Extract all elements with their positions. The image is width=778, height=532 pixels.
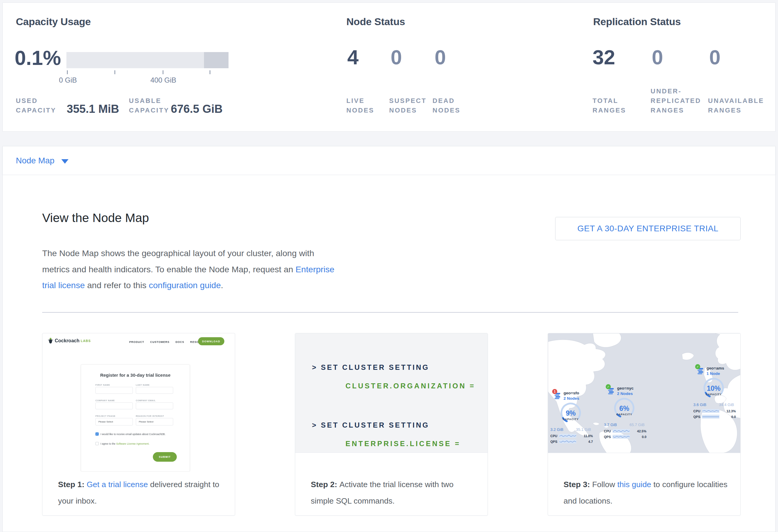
axis-tick [210, 70, 210, 74]
total-ranges-label: TOTAL RANGES [593, 96, 634, 115]
this-guide-link[interactable]: this guide [617, 480, 651, 489]
capacity-label: CAPACITY [556, 418, 586, 421]
nav-customers: CUSTOMERS [150, 340, 170, 344]
qps-value: 4.7 [589, 440, 593, 443]
under-replicated-label: UNDER-REPLICATED RANGES [650, 86, 712, 115]
node-map-description: The Node Map shows the geographical layo… [42, 245, 340, 294]
submit-button: SUBMIT [153, 452, 177, 462]
capacity-gauge: 9% CAPACITY [556, 401, 586, 426]
locality-name: geo=sfo [563, 391, 579, 395]
reason-select: Please Select [136, 418, 173, 426]
qps-sparkline [702, 415, 719, 419]
node-map-placeholder-section: View the Node Map The Node Map shows the… [2, 175, 776, 532]
step3-card: 1 geo=sfo 2 Nodes 9% CAPACITY [548, 333, 741, 516]
checkbox-checked-icon: ✓ [95, 432, 99, 436]
total-ranges-value: 32 [593, 47, 615, 67]
node-map-dropdown-label: Node Map [16, 156, 55, 165]
axis-tick [114, 70, 115, 74]
locality-node-count: 2 Nodes [563, 396, 579, 401]
healthy-badge-icon: ✓ [695, 364, 700, 369]
sql-arg-1: CLUSTER.ORGANIZATION = [345, 382, 475, 390]
download-button: DOWNLOAD [198, 337, 224, 345]
get-enterprise-trial-button[interactable]: GET A 30-DAY ENTERPRISE TRIAL [555, 217, 741, 240]
cpu-row: CPU 12.3% [693, 409, 736, 413]
last-name-input [136, 387, 173, 394]
locality-node-count: 2 Nodes [617, 391, 633, 396]
nav-docs: DOCS [175, 340, 184, 344]
cpu-value: 42.5% [637, 429, 646, 433]
qps-label: QPS [550, 440, 557, 443]
brand-suffix: LABS [81, 339, 91, 343]
unavailable-ranges-value: 0 [709, 47, 720, 67]
step2-label: Step 2: [311, 480, 339, 489]
step3-text: Follow [592, 480, 617, 489]
get-trial-license-link[interactable]: Get a trial license [87, 480, 148, 489]
chevron-down-icon [61, 159, 69, 164]
field-label-company-email: COMPANY EMAIL [136, 399, 156, 401]
sql-code-illustration: > SET CLUSTER SETTING CLUSTER.ORGANIZATI… [295, 333, 487, 453]
qps-sparkline [559, 440, 576, 443]
suspect-nodes-value: 0 [391, 47, 402, 67]
company-email-input [136, 402, 173, 409]
step1-caption: Step 1: Get a trial license delivered st… [58, 476, 226, 509]
sql-command-1: > SET CLUSTER SETTING [312, 363, 430, 372]
node-status-title: Node Status [346, 16, 405, 27]
agree-prefix: I agree to the [100, 442, 116, 445]
sql-command-2: > SET CLUSTER SETTING [312, 421, 430, 429]
cluster-summary-panel: Capacity Usage 0.1% 0 GiB 400 GiB USED C… [2, 2, 776, 132]
field-label-project-phase: PROJECT PHASE [95, 415, 115, 417]
project-phase-select: Please Select [95, 418, 133, 426]
qps-row: QPS 0.0 [693, 415, 736, 419]
step2-card: > SET CLUSTER SETTING CLUSTER.ORGANIZATI… [295, 333, 488, 516]
capacity-range: 3.6 GiB 34.4 GiB [693, 402, 734, 407]
total-gib: 34.4 GiB [719, 402, 734, 407]
axis-tick [163, 70, 163, 74]
capacity-range: 3.2 GiB 35.1 GiB [550, 427, 591, 432]
cpu-value: 12.3% [726, 409, 736, 413]
field-label-first-name: FIRST NAME [95, 384, 110, 386]
used-gib: 3.2 GiB [550, 427, 563, 432]
capacity-usage-title: Capacity Usage [16, 16, 91, 27]
capacity-percent: 6% [609, 404, 639, 412]
form-title: Register for a 30-day trial license [81, 373, 189, 378]
cpu-label: CPU [604, 429, 611, 433]
capacity-label: CAPACITY [609, 413, 639, 416]
locality-name: geo=ams [706, 366, 724, 370]
cpu-row: CPU 42.5% [604, 429, 646, 433]
capacity-bar-reserved-segment [204, 52, 229, 68]
cpu-sparkline [559, 434, 576, 438]
step3-caption: Step 3: Follow this guide to configure l… [563, 476, 731, 509]
cpu-row: CPU 11.0% [550, 434, 593, 438]
qps-label: QPS [604, 435, 611, 439]
nav-product: PRODUCT [129, 340, 144, 344]
used-capacity-label: USED CAPACITY [16, 96, 61, 115]
email-updates-checkbox-row: ✓ I would like to receive email updates … [95, 432, 185, 436]
locality-name: geo=nyc [617, 386, 633, 390]
cockroach-labs-logo: Cockroach LABS [48, 337, 91, 344]
used-gib: 3.7 GiB [604, 423, 617, 427]
error-badge-icon: 1 [552, 389, 557, 394]
sql-arg-2: ENTERPRISE.LICENSE = [345, 440, 461, 448]
description-text: . [221, 280, 223, 290]
company-name-input [95, 402, 133, 409]
qps-value: 0.0 [731, 415, 736, 419]
step1-label: Step 1: [58, 480, 87, 489]
suspect-nodes-label: SUSPECT NODES [389, 96, 431, 115]
total-gib: 65.7 GiB [629, 423, 644, 427]
cpu-sparkline [702, 409, 719, 413]
agree-text: I agree to the Software License Agreemen… [100, 442, 150, 445]
step3-label: Step 3: [563, 480, 592, 489]
qps-sparkline [613, 435, 630, 439]
used-capacity-value: 355.1 MiB [67, 103, 119, 115]
node-map-dropdown[interactable]: Node Map [2, 146, 776, 175]
first-name-input [95, 387, 133, 394]
configuration-guide-link[interactable]: configuration guide [149, 280, 221, 290]
node-map-preview: 1 geo=sfo 2 Nodes 9% CAPACITY [548, 333, 740, 453]
under-replicated-value: 0 [652, 47, 663, 67]
description-text: The Node Map shows the geographical layo… [42, 248, 314, 274]
license-agree-checkbox-row: I agree to the Software License Agreemen… [95, 442, 185, 445]
dead-nodes-label: DEAD NODES [433, 96, 468, 115]
trial-license-form: Register for a 30-day trial license FIRS… [81, 365, 190, 471]
capacity-percent: 0.1% [15, 48, 61, 68]
field-label-last-name: LAST NAME [136, 384, 150, 386]
